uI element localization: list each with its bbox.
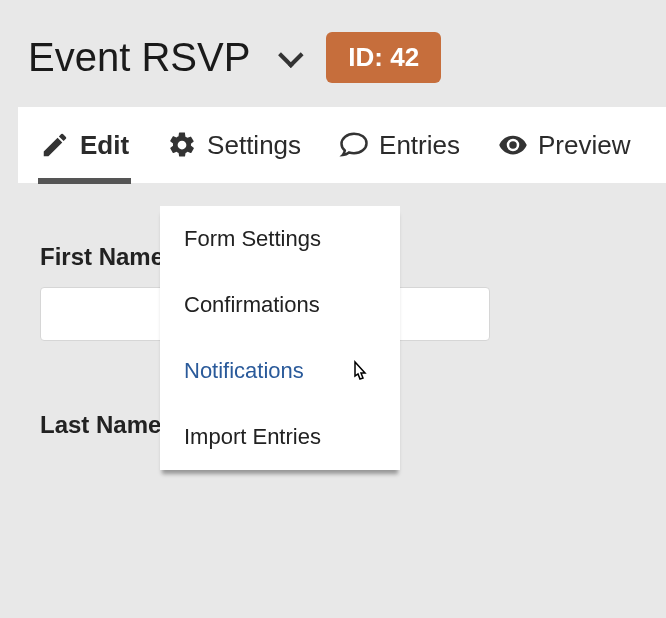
dropdown-item-import-entries[interactable]: Import Entries: [160, 404, 400, 470]
dropdown-item-label: Confirmations: [184, 292, 320, 317]
form-toolbar: Edit Settings Entries Preview: [18, 107, 666, 183]
tab-edit-label: Edit: [80, 130, 129, 161]
tab-settings-label: Settings: [207, 130, 301, 161]
dropdown-item-confirmations[interactable]: Confirmations: [160, 272, 400, 338]
eye-icon: [498, 130, 528, 160]
tab-entries[interactable]: Entries: [337, 107, 462, 183]
settings-dropdown: Form Settings Confirmations Notification…: [160, 206, 400, 470]
form-id-badge: ID: 42: [326, 32, 441, 83]
tab-preview-label: Preview: [538, 130, 630, 161]
pointer-cursor-icon: [348, 360, 372, 388]
dropdown-item-form-settings[interactable]: Form Settings: [160, 206, 400, 272]
form-switcher-button[interactable]: [270, 40, 306, 76]
dropdown-item-label: Form Settings: [184, 226, 321, 251]
page-header: Event RSVP ID: 42: [0, 0, 666, 107]
dropdown-item-label: Notifications: [184, 358, 304, 383]
form-title: Event RSVP: [28, 35, 250, 80]
speech-bubble-icon: [339, 130, 369, 160]
tab-settings[interactable]: Settings: [165, 107, 303, 183]
chevron-down-icon: [278, 42, 303, 67]
dropdown-item-label: Import Entries: [184, 424, 321, 449]
gears-icon: [167, 130, 197, 160]
tab-edit[interactable]: Edit: [38, 107, 131, 183]
tab-entries-label: Entries: [379, 130, 460, 161]
tab-preview[interactable]: Preview: [496, 107, 632, 183]
dropdown-item-notifications[interactable]: Notifications: [160, 338, 400, 404]
edit-icon: [40, 130, 70, 160]
